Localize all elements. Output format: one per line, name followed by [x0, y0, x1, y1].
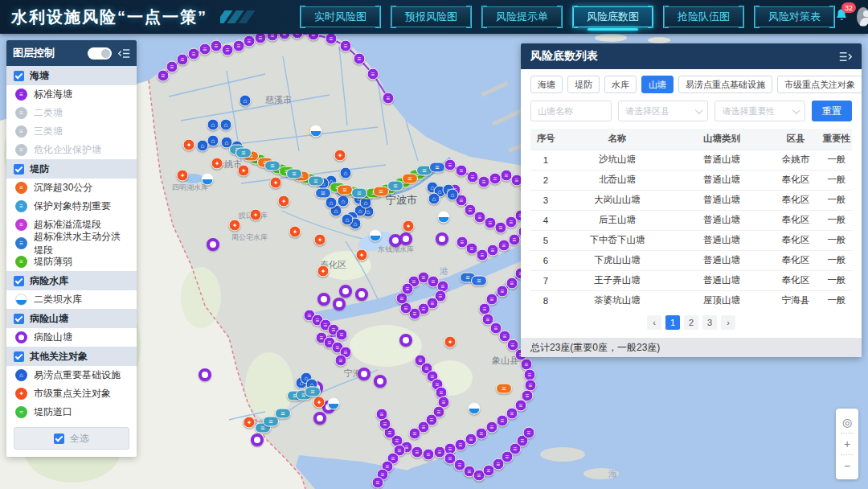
layer-item-0-2[interactable]: ≡三类塘 [6, 122, 137, 141]
map-marker-red[interactable]: ✦ [356, 249, 368, 261]
map-marker-red[interactable]: ✦ [244, 417, 256, 429]
map-marker-red[interactable]: ✦ [278, 195, 290, 208]
nav-button-3[interactable]: 风险底数图 [573, 6, 653, 27]
map-marker-red[interactable]: ✦ [314, 234, 326, 246]
map-marker-sw[interactable]: ≡ [465, 434, 477, 446]
map-marker-sw[interactable]: ≡ [477, 249, 489, 261]
map-marker-sw[interactable]: ≡ [509, 234, 521, 246]
map-marker-sw[interactable]: ≡ [211, 40, 223, 52]
map-marker-pt mk-pill[interactable]: ≡ [305, 387, 321, 397]
table-row[interactable]: 5下中岙下山塘普通山塘奉化区一般 [530, 230, 852, 250]
map-marker-sw[interactable]: ≡ [177, 54, 189, 66]
table-row[interactable]: 8茶婆坑山塘屋顶山塘宁海县一般 [530, 290, 852, 310]
map-marker-sw[interactable]: ≡ [497, 415, 509, 427]
map-marker-pb mk-pill[interactable]: ≡ [429, 162, 445, 173]
layer-section-checkbox[interactable] [14, 164, 24, 175]
map-marker-fb[interactable]: ⌂ [326, 197, 338, 209]
map-marker-pt mk-pill[interactable]: ≡ [308, 176, 324, 187]
map-marker-sw[interactable]: ≡ [456, 165, 468, 177]
page-button-2[interactable]: 2 [684, 315, 698, 330]
map-marker-ring[interactable] [199, 368, 211, 381]
map-marker-sw[interactable]: ≡ [497, 286, 509, 298]
layer-section-checkbox[interactable] [14, 276, 24, 286]
map-marker-sw[interactable]: ≡ [486, 421, 498, 434]
map-marker-sw[interactable]: ≡ [335, 355, 347, 367]
zoom-out-button[interactable]: − [836, 455, 858, 476]
map-marker-ring[interactable] [355, 288, 368, 301]
tab-1[interactable]: 堤防 [567, 76, 600, 93]
map-marker-ring[interactable] [207, 238, 219, 251]
map-marker-sw[interactable]: ≡ [506, 277, 518, 290]
map-marker-res[interactable] [310, 125, 322, 138]
map-marker-red[interactable]: ✦ [289, 226, 301, 238]
map-marker-sw[interactable]: ≡ [476, 428, 488, 440]
map-marker-sw[interactable]: ≡ [498, 240, 510, 252]
map-marker-red[interactable]: ✦ [183, 139, 195, 151]
tab-4[interactable]: 易涝点重点基础设施 [678, 76, 772, 93]
map-marker-pt mk-pill[interactable]: ≡ [387, 181, 403, 191]
layer-item-1-1[interactable]: ≡保护对象特别重要 [6, 197, 137, 216]
map-marker-pt mk-pill[interactable]: ≡ [351, 188, 367, 199]
map-marker-fb[interactable]: ⌂ [240, 95, 252, 107]
map-marker-sw[interactable]: ≡ [354, 53, 366, 65]
map-marker-sw[interactable]: ≡ [506, 216, 518, 228]
map-marker-sw[interactable]: ≡ [495, 222, 507, 234]
map-marker-fb[interactable]: ⌂ [428, 193, 440, 205]
map-marker-sw[interactable]: ≡ [485, 217, 497, 229]
map-marker-po mk-pill[interactable]: ≡ [337, 185, 353, 195]
map-marker-sw[interactable]: ≡ [444, 159, 457, 171]
map-marker-sw[interactable]: ≡ [166, 61, 178, 73]
map-marker-ring[interactable] [339, 285, 352, 298]
map-marker-res[interactable] [328, 398, 340, 410]
map-marker-sw[interactable]: ≡ [457, 236, 469, 249]
map-marker-pt mk-pill[interactable]: ≡ [286, 169, 302, 179]
map-marker-ring[interactable] [374, 375, 387, 388]
layer-toggle-switch[interactable] [88, 47, 112, 60]
page-button-1[interactable]: 1 [665, 315, 680, 330]
map-marker-red[interactable]: ✦ [229, 220, 241, 232]
map-marker-red[interactable]: ✦ [177, 170, 189, 182]
table-row[interactable]: 1沙坑山塘普通山塘余姚市一般 [530, 150, 852, 170]
map-marker-pb mk-pill[interactable]: ≡ [315, 188, 331, 199]
map-marker-sw[interactable]: ≡ [188, 48, 200, 60]
map-marker-sw[interactable]: ≡ [402, 283, 414, 295]
page-button-‹[interactable]: ‹ [647, 315, 661, 330]
map-marker-pt mk-pill[interactable]: ≡ [275, 409, 291, 419]
map-marker-fb[interactable]: ⌂ [340, 167, 352, 179]
map-marker-sw[interactable]: ≡ [465, 204, 477, 216]
map-marker-sw[interactable]: ≡ [326, 33, 338, 45]
importance-select[interactable]: 请选择重要性 [714, 101, 805, 121]
table-row[interactable]: 2北岙山塘普通山塘奉化区一般 [530, 170, 852, 190]
layer-section-checkbox[interactable] [14, 351, 24, 362]
map-marker-fb[interactable]: ⌂ [197, 140, 209, 152]
map-marker-pb mk-pill[interactable]: ≡ [471, 276, 487, 286]
page-button-3[interactable]: 3 [702, 315, 717, 330]
map-marker-sw[interactable]: ≡ [336, 329, 348, 341]
map-marker-ring[interactable] [399, 232, 412, 245]
layer-item-4-1[interactable]: ✦市级重点关注对象 [6, 384, 137, 403]
layer-section-checkbox[interactable] [14, 71, 24, 81]
tab-3[interactable]: 山塘 [641, 76, 674, 93]
tab-5[interactable]: 市级重点关注对象 [777, 76, 862, 93]
map-marker-red[interactable]: ✦ [238, 165, 250, 177]
nav-button-4[interactable]: 抢险队伍图 [664, 6, 743, 27]
map-marker-fb[interactable]: ⌂ [342, 214, 354, 226]
nav-button-1[interactable]: 预报风险图 [391, 6, 471, 27]
layer-section-checkbox[interactable] [14, 314, 24, 324]
select-all-button[interactable]: 全选 [14, 427, 129, 450]
layer-item-2-0[interactable]: 二类坝水库 [6, 290, 137, 309]
map-marker-sw[interactable]: ≡ [376, 409, 388, 421]
map-marker-ring[interactable] [399, 334, 412, 347]
layer-item-1-3[interactable]: ≡超标准洪水主动分洪堤段 [6, 234, 137, 253]
map-marker-sw[interactable]: ≡ [489, 173, 502, 185]
map-marker-red[interactable]: ✦ [211, 158, 223, 170]
map-marker-sw[interactable]: ≡ [423, 449, 435, 461]
map-marker-sw[interactable]: ≡ [474, 212, 486, 224]
map-marker-sw[interactable]: ≡ [367, 68, 379, 80]
reset-button[interactable]: 重置 [812, 101, 852, 121]
tab-0[interactable]: 海塘 [530, 76, 563, 93]
map-marker-red[interactable]: ✦ [270, 177, 282, 189]
map-marker-red[interactable]: ✦ [313, 397, 326, 409]
map-marker-ring[interactable] [333, 298, 346, 310]
map-marker-pt mk-pill[interactable]: ≡ [235, 148, 252, 158]
